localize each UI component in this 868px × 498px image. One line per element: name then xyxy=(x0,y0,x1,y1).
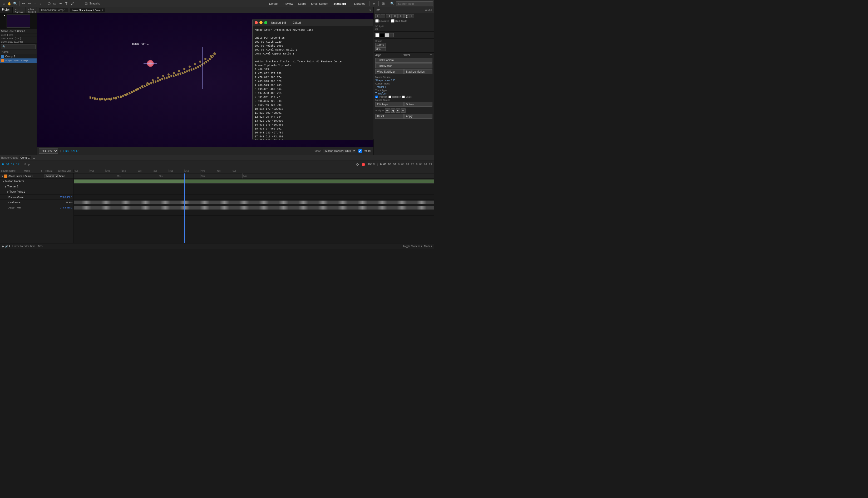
track-motion-btn[interactable]: Track Motion xyxy=(375,63,432,68)
hindi-digits-label[interactable]: Hindi Digits xyxy=(391,19,407,23)
close-window-btn[interactable] xyxy=(255,21,258,24)
analyze-fwd-btn[interactable]: ▶ xyxy=(396,108,400,113)
lasso-icon[interactable]: ⬡ xyxy=(46,1,52,6)
sub-row-trackpoint1[interactable]: ▼ Track Point 1 xyxy=(0,189,74,195)
redo-icon[interactable]: ↪ xyxy=(27,1,32,6)
ligatures-checkbox[interactable] xyxy=(375,19,379,23)
menu-libraries[interactable]: Libraries xyxy=(352,2,367,6)
stroke-pct-input[interactable] xyxy=(375,43,386,47)
pen-icon[interactable]: ✒ xyxy=(58,1,63,6)
project-item-comp1[interactable]: Comp 1 xyxy=(0,54,37,58)
swatch-gray[interactable] xyxy=(385,33,389,37)
play-btn[interactable]: ▶ xyxy=(2,245,4,248)
typo-TT[interactable]: TT xyxy=(386,14,392,18)
text-editor-content[interactable]: Adobe After Effects 8.0 Keyframe Data Un… xyxy=(252,26,373,140)
typo-T-up[interactable]: T↑ xyxy=(398,14,404,18)
comp-tab[interactable]: Composition Comp 1 xyxy=(39,8,68,12)
layer-mode-select[interactable]: Normal xyxy=(44,174,59,178)
project-search-input[interactable] xyxy=(1,44,36,49)
expand-trackpoint1[interactable]: ▼ xyxy=(6,191,9,193)
toggle-switches-label[interactable]: Toggle Switches / Modes xyxy=(403,245,432,248)
up-icon[interactable]: ↑ xyxy=(33,1,38,6)
layer-row-1[interactable]: ▼ Shape Layer 1 Comp 1 Normal None xyxy=(0,173,74,179)
sub-row-confidence[interactable]: Confidence 99.9% xyxy=(0,200,74,205)
extend-icon[interactable]: » xyxy=(371,1,377,6)
sub-row-feature-center[interactable]: Feature Center 973.8,380.1 xyxy=(0,195,74,200)
info-btn[interactable]: ℹ xyxy=(9,245,10,248)
playhead[interactable] xyxy=(184,173,185,243)
edit-target-btn[interactable]: Edit Target... xyxy=(375,102,404,107)
sub-row-motion-trackers[interactable]: ▼ Motion Trackers xyxy=(0,179,74,184)
menu-standard[interactable]: Standard xyxy=(331,2,348,6)
project-item-shape[interactable]: Shape Layer 1 Comp 1 xyxy=(0,58,37,63)
tab-project[interactable]: Project xyxy=(0,8,13,13)
sub-row-attach-point[interactable]: Attach Point 973.8,380.1 xyxy=(0,205,74,210)
rect-icon[interactable]: ▭ xyxy=(52,1,57,6)
expand-icon-1[interactable]: ▼ xyxy=(1,175,4,178)
rotation-checkbox[interactable] xyxy=(388,95,391,98)
top-ruler-mark-30s: 30s xyxy=(169,170,184,172)
typo-T-line[interactable]: T̲ xyxy=(404,14,409,18)
eraser-icon[interactable]: ◻ xyxy=(75,1,81,6)
reset-btn[interactable]: Reset xyxy=(375,114,404,119)
tracker-menu-icon[interactable]: ☰ xyxy=(430,54,432,56)
analyze-back-btn[interactable]: ◀ xyxy=(390,108,395,113)
snapping-icon[interactable]: ⊡ xyxy=(83,1,89,6)
minimize-window-btn[interactable] xyxy=(259,21,262,24)
text-icon[interactable]: T xyxy=(64,1,69,6)
menu-learn[interactable]: Learn xyxy=(296,2,308,6)
panels-icon[interactable]: ⊞ xyxy=(380,1,386,6)
render-checkbox-label[interactable]: Render xyxy=(359,149,371,153)
maximize-window-btn[interactable] xyxy=(264,21,267,24)
swatch-black[interactable] xyxy=(380,33,384,37)
record-btn[interactable] xyxy=(362,163,365,166)
loop-icon[interactable]: ⟳ xyxy=(356,162,359,167)
hand-tool-icon[interactable]: ✋ xyxy=(7,1,12,6)
brush-icon[interactable]: 🖌 xyxy=(69,1,75,6)
menu-default[interactable]: Default xyxy=(267,2,281,6)
timeline-tracks[interactable]: 01s02s03s04s xyxy=(74,173,434,243)
comp1-timeline-tab[interactable]: Comp 1 xyxy=(20,156,31,159)
home-icon[interactable]: ⌂ xyxy=(1,1,6,6)
down-icon[interactable]: ↓ xyxy=(38,1,43,6)
warp-stabilizer-btn[interactable]: Warp Stabilizer xyxy=(375,69,404,74)
hindi-digits-checkbox[interactable] xyxy=(391,19,394,23)
search-input[interactable] xyxy=(396,1,433,6)
top-section: Project FX Console Effect Control Shape … xyxy=(0,8,434,155)
layer-tab[interactable]: Layer Shape Layer 1 Comp 1 xyxy=(70,9,105,12)
swatch-white[interactable] xyxy=(375,33,379,37)
view-dropdown[interactable]: Motion Tracker Points xyxy=(323,149,356,153)
menu-review[interactable]: Review xyxy=(281,2,295,6)
close-icon[interactable]: ✕ xyxy=(369,9,371,12)
sub-row-tracker1[interactable]: ▼ Tracker 1 xyxy=(0,184,74,189)
typo-Tt[interactable]: Tт xyxy=(392,14,398,18)
render-checkbox[interactable] xyxy=(359,149,362,153)
tab-fx[interactable]: FX Console xyxy=(13,8,26,13)
analyze-fwd-fwd-btn[interactable]: ⏭ xyxy=(401,108,405,113)
apply-btn[interactable]: Apply xyxy=(404,114,433,119)
analyze-back-back-btn[interactable]: ⏮ xyxy=(385,108,390,113)
tab-effect[interactable]: Effect Control xyxy=(26,8,38,13)
stabilize-motion-btn[interactable]: Stabilize Motion xyxy=(404,69,433,74)
audio-btn[interactable]: 🔊 xyxy=(5,245,8,248)
expand-tracker1[interactable]: ▼ xyxy=(4,185,7,188)
typo-T2[interactable]: T xyxy=(380,14,385,18)
zoom-tool-icon[interactable]: 🔍 xyxy=(13,1,18,6)
color-section xyxy=(374,31,434,39)
undo-icon[interactable]: ↩ xyxy=(21,1,26,6)
typo-T1[interactable]: T xyxy=(375,14,380,18)
ligatures-label[interactable]: Ligatures xyxy=(375,19,389,23)
scale-checkbox[interactable] xyxy=(402,95,405,98)
menu-small-screen[interactable]: Small Screen xyxy=(309,2,330,6)
expand-motion[interactable]: ▼ xyxy=(2,180,5,183)
source-timecode: 0:00:52:21, 25.00 fps xyxy=(0,40,37,44)
stroke-opacity-input[interactable] xyxy=(375,48,386,51)
options-btn[interactable]: Options... xyxy=(404,102,433,107)
zoom-select[interactable]: 93.3% xyxy=(39,148,58,154)
typo-T-dot[interactable]: T. xyxy=(410,14,414,18)
track-camera-btn[interactable]: Track Camera xyxy=(375,58,432,63)
swatch-darkgray[interactable] xyxy=(389,33,394,37)
position-checkbox[interactable] xyxy=(375,95,378,98)
comp-menu-icon[interactable]: ☰ xyxy=(31,156,37,159)
search-icon[interactable]: 🔍 xyxy=(390,1,395,6)
